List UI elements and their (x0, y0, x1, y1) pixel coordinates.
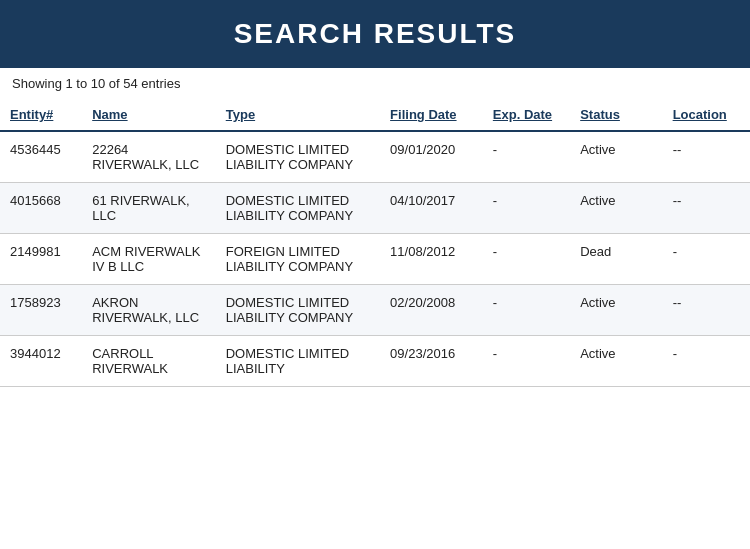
cell-status: Active (570, 336, 662, 387)
cell-filing: 09/01/2020 (380, 131, 483, 183)
table-row: 2149981ACM RIVERWALK IV B LLCFOREIGN LIM… (0, 234, 750, 285)
col-header-name: Name (82, 99, 216, 131)
cell-location: -- (663, 131, 750, 183)
table-row: 3944012CARROLL RIVERWALKDOMESTIC LIMITED… (0, 336, 750, 387)
cell-location: -- (663, 285, 750, 336)
cell-entity: 3944012 (0, 336, 82, 387)
page-header: SEARCH RESULTS (0, 0, 750, 68)
cell-location: - (663, 234, 750, 285)
cell-location: -- (663, 183, 750, 234)
cell-entity: 2149981 (0, 234, 82, 285)
cell-entity: 1758923 (0, 285, 82, 336)
cell-status: Active (570, 183, 662, 234)
cell-status: Dead (570, 234, 662, 285)
col-header-exp: Exp. Date (483, 99, 570, 131)
col-header-type: Type (216, 99, 380, 131)
results-info: Showing 1 to 10 of 54 entries (0, 68, 750, 99)
col-header-filing: Filing Date (380, 99, 483, 131)
cell-exp: - (483, 234, 570, 285)
cell-type: DOMESTIC LIMITED LIABILITY COMPANY (216, 285, 380, 336)
col-header-entity: Entity# (0, 99, 82, 131)
cell-location: - (663, 336, 750, 387)
cell-entity: 4015668 (0, 183, 82, 234)
cell-status: Active (570, 131, 662, 183)
col-header-location: Location (663, 99, 750, 131)
cell-filing: 11/08/2012 (380, 234, 483, 285)
page-title: SEARCH RESULTS (0, 18, 750, 50)
cell-filing: 09/23/2016 (380, 336, 483, 387)
cell-entity: 4536445 (0, 131, 82, 183)
cell-exp: - (483, 131, 570, 183)
cell-name: AKRON RIVERWALK, LLC (82, 285, 216, 336)
cell-status: Active (570, 285, 662, 336)
cell-name: 61 RIVERWALK, LLC (82, 183, 216, 234)
cell-type: DOMESTIC LIMITED LIABILITY COMPANY (216, 183, 380, 234)
cell-type: DOMESTIC LIMITED LIABILITY COMPANY (216, 131, 380, 183)
cell-name: 22264 RIVERWALK, LLC (82, 131, 216, 183)
cell-exp: - (483, 285, 570, 336)
table-row: 1758923AKRON RIVERWALK, LLCDOMESTIC LIMI… (0, 285, 750, 336)
results-table: Entity# Name Type Filing Date Exp. Date … (0, 99, 750, 387)
cell-exp: - (483, 183, 570, 234)
col-header-status: Status (570, 99, 662, 131)
cell-exp: - (483, 336, 570, 387)
cell-type: FOREIGN LIMITED LIABILITY COMPANY (216, 234, 380, 285)
cell-type: DOMESTIC LIMITED LIABILITY (216, 336, 380, 387)
table-row: 401566861 RIVERWALK, LLCDOMESTIC LIMITED… (0, 183, 750, 234)
cell-filing: 04/10/2017 (380, 183, 483, 234)
cell-name: ACM RIVERWALK IV B LLC (82, 234, 216, 285)
table-row: 453644522264 RIVERWALK, LLCDOMESTIC LIMI… (0, 131, 750, 183)
cell-filing: 02/20/2008 (380, 285, 483, 336)
cell-name: CARROLL RIVERWALK (82, 336, 216, 387)
